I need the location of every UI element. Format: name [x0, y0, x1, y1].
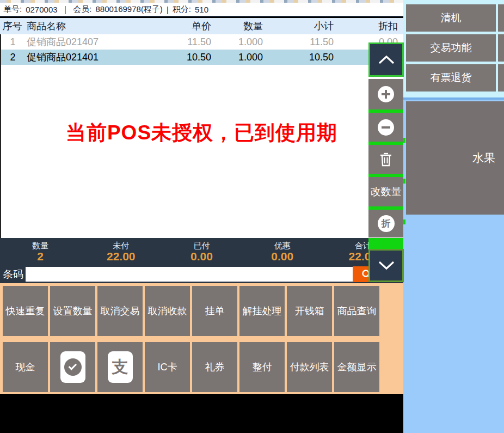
col-discount: 折扣: [339, 20, 403, 33]
clipped-side-button[interactable]: [498, 34, 504, 62]
increase-qty-button[interactable]: [368, 79, 403, 109]
decrease-qty-button[interactable]: [368, 113, 403, 142]
barcode-bar: 条码 搜索: [0, 265, 403, 283]
table-row-selected[interactable]: 2 促销商品021401 10.50 1.000 10.50: [1, 50, 403, 65]
order-number: 0270003: [26, 5, 57, 14]
scroll-up-button[interactable]: [368, 42, 404, 77]
key-whole-pay[interactable]: 整付: [239, 342, 285, 392]
row-price: 11.50: [150, 36, 217, 48]
discount-icon: 折: [378, 215, 395, 232]
barcode-label: 条码: [3, 267, 23, 282]
alipay-icon: 支: [108, 351, 133, 383]
row-subtotal: 10.50: [268, 52, 339, 63]
key-open-drawer[interactable]: 开钱箱: [287, 286, 332, 336]
col-subtotal: 小计: [268, 20, 339, 33]
green-tick: [403, 138, 405, 143]
function-keypad: 快速重复 设置数量 取消交易 取消收款 挂单 解挂处理 开钱箱 商品查询 现金 …: [0, 283, 403, 394]
row-qty: 1.000: [217, 36, 268, 48]
row-qty: 1.000: [217, 52, 268, 63]
plus-icon: [378, 86, 394, 102]
trade-functions-button[interactable]: 交易功能: [406, 34, 496, 62]
col-price: 单价: [150, 20, 217, 33]
chevron-up-icon: [378, 55, 395, 64]
trash-icon: [379, 152, 392, 167]
total-qty: 数量 2: [0, 238, 81, 265]
total-discount: 优惠 0.00: [242, 238, 323, 265]
chevron-down-icon: [378, 261, 395, 270]
key-resume-order[interactable]: 解挂处理: [239, 286, 285, 336]
key-set-quantity[interactable]: 设置数量: [50, 286, 95, 336]
key-quick-repeat[interactable]: 快速重复: [3, 286, 48, 336]
col-qty: 数量: [217, 20, 268, 33]
key-amount-display[interactable]: 金额显示: [334, 342, 379, 392]
row-seq: 1: [1, 36, 24, 48]
points-label: 积分:: [173, 4, 191, 15]
key-cancel-payment[interactable]: 取消收款: [145, 286, 190, 336]
row-subtotal: 11.50: [268, 36, 339, 48]
member-label: 会员:: [73, 4, 91, 15]
separator: |: [167, 5, 169, 14]
key-ic-card[interactable]: IC卡: [145, 342, 190, 392]
barcode-input[interactable]: [26, 267, 353, 282]
keypad-row-1: 快速重复 设置数量 取消交易 取消收款 挂单 解挂处理 开钱箱 商品查询: [3, 286, 379, 336]
key-cancel-trade[interactable]: 取消交易: [97, 286, 143, 336]
pos-window: 单号: 0270003 ｜ 会员: 8800169978(程子) | 积分: 5…: [0, 0, 504, 433]
clipped-side-button[interactable]: [498, 64, 504, 92]
receipt-return-button[interactable]: 有票退货: [406, 64, 496, 92]
items-table-header: 序号 商品名称 单价 数量 小计 折扣: [0, 18, 403, 34]
discount-button[interactable]: 折: [368, 210, 403, 237]
category-fruit-button[interactable]: 水果: [406, 101, 504, 215]
change-quantity-button[interactable]: 改数量: [368, 177, 403, 206]
totals-bar: 数量 2 未付 22.00 已付 0.00 优惠 0.00 合计 22.00: [0, 238, 403, 265]
clipped-side-button[interactable]: [498, 4, 504, 32]
total-unpaid: 未付 22.00: [81, 238, 161, 265]
table-row[interactable]: 1 促销商品021407 11.50 1.000 11.50 0.00: [1, 34, 403, 50]
minus-icon: [378, 119, 394, 136]
delete-item-button[interactable]: [368, 145, 403, 174]
wechat-pay-icon: [60, 351, 85, 383]
row-seq: 2: [1, 52, 24, 63]
row-name: 促销商品021407: [24, 35, 150, 48]
key-hold-order[interactable]: 挂单: [192, 286, 237, 336]
item-action-rail: 改数量 折: [368, 79, 403, 237]
total-paid: 已付 0.00: [161, 238, 242, 265]
row-price: 10.50: [150, 52, 217, 63]
scroll-down-button[interactable]: [368, 249, 404, 282]
rail-green-block: [368, 238, 403, 249]
member-number: 8800169978(程子): [95, 4, 162, 15]
key-gift-voucher[interactable]: 礼券: [192, 342, 237, 392]
keypad-row-2: 现金 支 IC卡 礼券 整付 付款列表 金额显示: [3, 342, 379, 392]
col-name: 商品名称: [24, 20, 150, 33]
green-tick: [403, 219, 405, 224]
clear-machine-button[interactable]: 清机: [406, 4, 496, 32]
row-name: 促销商品021401: [24, 51, 150, 64]
license-warning-text: 当前POS未授权，已到使用期: [0, 119, 403, 147]
green-tick: [403, 179, 405, 184]
key-item-query[interactable]: 商品查询: [334, 286, 379, 336]
col-seq: 序号: [0, 20, 24, 33]
key-cash[interactable]: 现金: [3, 342, 48, 392]
separator: ｜: [62, 4, 70, 15]
points-value: 510: [195, 5, 208, 14]
order-info-bar: 单号: 0270003 ｜ 会员: 8800169978(程子) | 积分: 5…: [0, 3, 403, 17]
key-wechat-pay[interactable]: [50, 342, 95, 392]
key-alipay[interactable]: 支: [97, 342, 143, 392]
order-label: 单号:: [3, 4, 22, 15]
key-payment-list[interactable]: 付款列表: [287, 342, 332, 392]
